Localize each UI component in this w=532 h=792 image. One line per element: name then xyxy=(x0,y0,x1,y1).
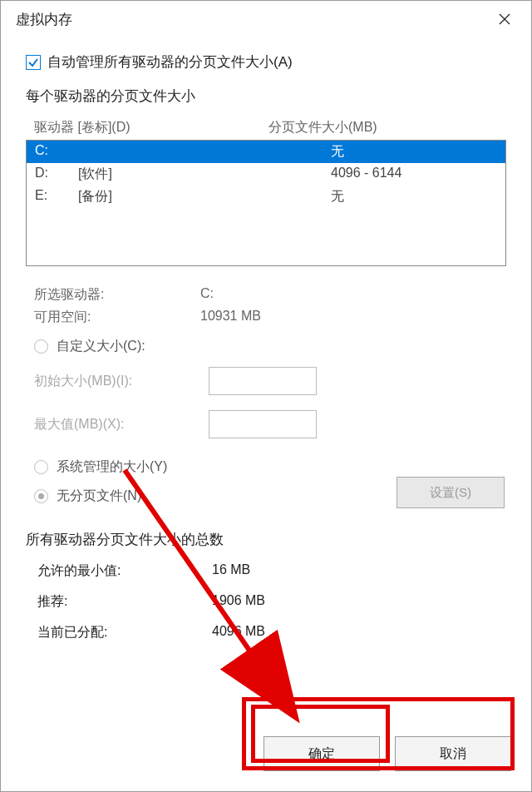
radio-icon xyxy=(34,489,48,503)
window-title: 虚拟内存 xyxy=(16,10,72,29)
drive-row-e[interactable]: E: [备份] 无 xyxy=(27,186,505,208)
checkbox-icon xyxy=(26,55,41,70)
radio-icon xyxy=(34,460,48,474)
auto-manage-label: 自动管理所有驱动器的分页文件大小(A) xyxy=(47,52,293,72)
selected-drive-row: 所选驱动器: C: xyxy=(34,286,513,304)
virtual-memory-dialog: 虚拟内存 自动管理所有驱动器的分页文件大小(A) 每个驱动器的分页文件大小 驱动… xyxy=(0,0,532,792)
ok-button[interactable]: 确定 xyxy=(264,736,380,771)
currently-allocated-row: 当前已分配: 4096 MB xyxy=(37,624,513,641)
initial-size-row: 初始大小(MB)(I): xyxy=(34,367,513,395)
content-area: 自动管理所有驱动器的分页文件大小(A) 每个驱动器的分页文件大小 驱动器 [卷标… xyxy=(1,37,531,716)
initial-size-input[interactable] xyxy=(209,367,317,395)
set-button[interactable]: 设置(S) xyxy=(397,477,505,508)
free-space-row: 可用空间: 10931 MB xyxy=(34,309,513,326)
radio-icon xyxy=(34,339,48,354)
close-button[interactable] xyxy=(488,6,521,32)
dialog-footer: 确定 取消 xyxy=(1,716,531,791)
custom-size-radio[interactable]: 自定义大小(C): xyxy=(34,338,513,355)
recommended-row: 推荐: 1906 MB xyxy=(37,593,513,611)
drive-list-header: 驱动器 [卷标](D) 分页文件大小(MB) xyxy=(19,114,513,140)
max-size-input[interactable] xyxy=(209,410,317,438)
drive-list[interactable]: C: 无 D: [软件] 4096 - 6144 E: [备份] 无 xyxy=(26,140,506,266)
close-icon xyxy=(499,13,510,25)
header-drive: 驱动器 [卷标](D) xyxy=(34,119,268,136)
drive-row-d[interactable]: D: [软件] 4096 - 6144 xyxy=(27,163,505,186)
header-page: 分页文件大小(MB) xyxy=(268,119,503,136)
system-managed-radio[interactable]: 系统管理的大小(Y) xyxy=(34,458,513,476)
drive-section-title: 每个驱动器的分页文件大小 xyxy=(26,87,513,106)
max-size-row: 最大值(MB)(X): xyxy=(34,410,513,438)
min-allowed-row: 允许的最小值: 16 MB xyxy=(37,562,513,580)
drive-row-c[interactable]: C: 无 xyxy=(27,141,505,163)
titlebar: 虚拟内存 xyxy=(1,1,531,37)
auto-manage-checkbox[interactable]: 自动管理所有驱动器的分页文件大小(A) xyxy=(26,52,513,72)
totals-title: 所有驱动器分页文件大小的总数 xyxy=(26,530,513,549)
cancel-button[interactable]: 取消 xyxy=(395,736,511,771)
